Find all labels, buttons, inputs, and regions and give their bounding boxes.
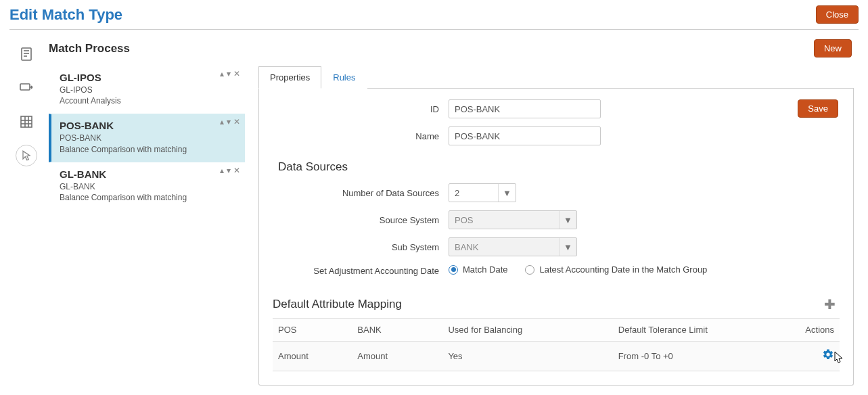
adj-date-label: Set Adjustment Accounting Date — [273, 266, 449, 276]
move-up-icon[interactable]: ▴ — [220, 117, 224, 126]
name-input[interactable] — [449, 126, 601, 145]
col-pos: POS — [273, 319, 352, 342]
remove-icon[interactable]: ✕ — [233, 117, 240, 126]
cell-bank: Amount — [352, 342, 442, 371]
close-button[interactable]: Close — [816, 5, 859, 24]
move-down-icon[interactable]: ▾ — [227, 117, 231, 126]
icon-rail — [9, 30, 43, 395]
move-down-icon[interactable]: ▾ — [227, 166, 231, 175]
process-list: ▴ ▾ ✕ GL-IPOS GL-IPOS Account Analysis ▴… — [49, 66, 245, 386]
source-system-label: Source System — [273, 215, 449, 225]
list-item-sub2: Account Analysis — [60, 95, 237, 106]
cell-balancing: Yes — [442, 342, 612, 371]
radio-latest-date[interactable]: Latest Accounting Date in the Match Grou… — [525, 264, 707, 275]
table-row: Amount Amount Yes From -0 To +0 — [273, 342, 840, 371]
data-sources-header: Data Sources — [278, 160, 840, 174]
list-item-sub1: POS-BANK — [60, 133, 237, 143]
num-sources-select[interactable] — [449, 183, 516, 202]
sub-system-label: Sub System — [273, 242, 449, 252]
col-balancing: Used for Balancing — [442, 319, 612, 342]
radio-match-date[interactable]: Match Date — [449, 264, 507, 275]
radio-icon — [449, 265, 458, 275]
list-item-sub1: GL-IPOS — [60, 85, 237, 95]
col-bank: BANK — [352, 319, 442, 342]
id-label: ID — [273, 104, 449, 114]
col-actions: Actions — [783, 319, 840, 342]
list-item[interactable]: ▴ ▾ ✕ POS-BANK POS-BANK Balance Comparis… — [49, 114, 245, 162]
move-down-icon[interactable]: ▾ — [227, 69, 231, 78]
list-item-title: GL-IPOS — [60, 72, 237, 83]
save-button[interactable]: Save — [798, 99, 838, 118]
radio-label: Match Date — [463, 264, 507, 275]
cursor-icon — [834, 351, 844, 363]
page-title: Edit Match Type — [9, 6, 122, 24]
remove-icon[interactable]: ✕ — [233, 166, 240, 175]
svg-rect-4 — [20, 84, 30, 90]
list-item-sub2: Balance Comparison with matching — [60, 144, 237, 155]
radio-label: Latest Accounting Date in the Match Grou… — [539, 264, 707, 275]
gear-icon[interactable] — [822, 350, 834, 363]
list-item[interactable]: ▴ ▾ ✕ GL-BANK GL-BANK Balance Comparison… — [49, 162, 245, 210]
col-tolerance: Default Tolerance Limit — [613, 319, 783, 342]
svg-rect-0 — [22, 48, 31, 60]
mapping-table: POS BANK Used for Balancing Default Tole… — [273, 318, 840, 371]
id-input[interactable] — [449, 99, 601, 118]
document-icon[interactable] — [16, 43, 37, 65]
section-title: Match Process — [49, 42, 130, 55]
radio-icon — [525, 265, 534, 275]
tab-properties[interactable]: Properties — [258, 66, 321, 89]
name-label: Name — [273, 131, 449, 141]
cell-pos: Amount — [273, 342, 352, 371]
cell-tolerance: From -0 To +0 — [613, 342, 783, 371]
grid-icon[interactable] — [16, 111, 37, 133]
new-button[interactable]: New — [814, 39, 852, 57]
cursor-tool-icon[interactable] — [16, 145, 37, 166]
move-up-icon[interactable]: ▴ — [220, 69, 224, 78]
sub-system-select[interactable] — [449, 237, 577, 256]
list-item-title: POS-BANK — [60, 120, 237, 131]
list-item-sub1: GL-BANK — [60, 181, 237, 192]
move-up-icon[interactable]: ▴ — [220, 166, 224, 175]
source-system-select[interactable] — [449, 210, 577, 229]
list-item[interactable]: ▴ ▾ ✕ GL-IPOS GL-IPOS Account Analysis — [49, 66, 245, 114]
num-sources-label: Number of Data Sources — [273, 188, 449, 198]
svg-rect-5 — [21, 116, 32, 127]
list-item-title: GL-BANK — [60, 168, 237, 180]
list-item-sub2: Balance Comparison with matching — [60, 192, 237, 203]
tab-rules[interactable]: Rules — [321, 66, 367, 89]
mapping-header: Default Attribute Mapping — [273, 298, 402, 311]
remove-icon[interactable]: ✕ — [233, 69, 240, 78]
transfer-icon[interactable] — [16, 77, 37, 99]
add-mapping-button[interactable]: ✚ — [820, 296, 840, 312]
